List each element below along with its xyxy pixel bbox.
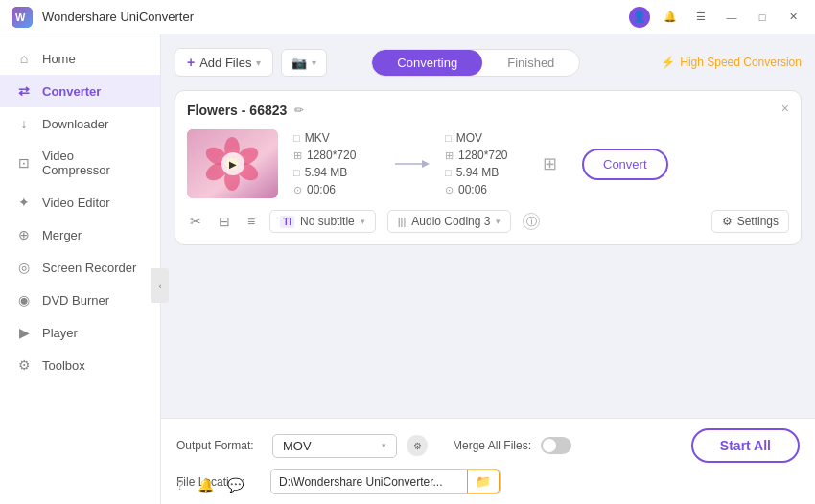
settings-button[interactable]: ⚙ Settings	[711, 210, 789, 233]
svg-marker-12	[422, 160, 430, 168]
gear-icon: ⚙	[722, 215, 733, 228]
sidebar-item-home[interactable]: ⌂ Home	[0, 42, 160, 75]
maximize-button[interactable]: □	[752, 7, 773, 28]
play-button[interactable]: ▶	[221, 152, 244, 175]
file-card-header: Flowers - 66823 ✏	[187, 103, 789, 118]
converter-icon: ⇄	[15, 83, 33, 99]
feedback-icon[interactable]: 💬	[227, 477, 244, 493]
start-all-button[interactable]: Start All	[691, 428, 800, 463]
bookmark-icon[interactable]: ⊟	[216, 211, 233, 232]
sidebar: ⌂ Home ⇄ Converter ↓ Downloader ⊡ Video …	[0, 34, 161, 504]
output-format-row: Output Format: MOV ▾ ⚙ Merge All Files: …	[176, 428, 800, 463]
output-size-value: 5.94 MB	[456, 166, 500, 179]
add-files-button[interactable]: + Add Files ▾	[175, 48, 273, 77]
resolution-icon: ⊞	[293, 149, 302, 162]
home-icon: ⌂	[15, 51, 33, 66]
output-format-icon: □	[445, 132, 452, 144]
merger-icon: ⊕	[15, 227, 33, 242]
format-settings-icon[interactable]: ⚙	[407, 435, 428, 456]
sidebar-label-editor: Video Editor	[42, 195, 110, 210]
sidebar-item-converter[interactable]: ⇄ Converter	[0, 75, 160, 107]
file-location-input: D:\Wondershare UniConverter... 📁	[270, 469, 501, 494]
add-source-button[interactable]: 📷 ▾	[281, 49, 327, 77]
help-icon[interactable]: ?	[176, 477, 184, 493]
convert-button[interactable]: Convert	[582, 149, 668, 180]
source-duration: ⊙ 00:06	[293, 183, 380, 196]
cut-icon[interactable]: ✂	[187, 211, 204, 232]
sidebar-item-downloader[interactable]: ↓ Downloader	[0, 107, 160, 140]
output-resolution: ⊞ 1280*720	[445, 149, 531, 162]
output-resolution-value: 1280*720	[458, 149, 507, 162]
close-card-button[interactable]: ×	[781, 101, 789, 116]
compressor-icon: ⊡	[15, 155, 33, 171]
tab-converting[interactable]: Converting	[372, 50, 482, 76]
file-location-value: D:\Wondershare UniConverter...	[271, 471, 467, 493]
subtitle-select[interactable]: TI No subtitle ▾	[269, 210, 376, 233]
sidebar-item-player[interactable]: ▶ Player	[0, 316, 160, 349]
audio-select[interactable]: ||| Audio Coding 3 ▾	[387, 210, 512, 233]
sidebar-label-downloader: Downloader	[42, 117, 108, 131]
sidebar-label-converter: Converter	[42, 84, 101, 99]
sidebar-item-toolbox[interactable]: ⚙ Toolbox	[0, 349, 160, 381]
audio-label: Audio Coding 3	[411, 215, 490, 228]
editor-icon: ✦	[15, 195, 33, 210]
file-actions-row: ✂ ⊟ ≡ TI No subtitle ▾ ||| Audio Coding …	[187, 210, 789, 233]
svg-text:W: W	[15, 11, 26, 23]
detail-columns: □ MKV ⊞ 1280*720 □ 5.94 MB	[293, 131, 789, 196]
tab-finished[interactable]: Finished	[482, 50, 579, 76]
file-info-row: ▶ □ MKV ⊞ 1280*720	[187, 129, 789, 198]
recorder-icon: ◎	[15, 260, 33, 275]
sidebar-label-recorder: Screen Recorder	[42, 261, 136, 275]
settings-label: Settings	[737, 215, 779, 228]
video-thumbnail: ▶	[187, 129, 278, 198]
app-logo: W	[12, 7, 33, 28]
sidebar-item-screen-recorder[interactable]: ◎ Screen Recorder	[0, 251, 160, 284]
dvd-icon: ◉	[15, 292, 33, 308]
bell-icon[interactable]: 🔔	[198, 477, 214, 493]
file-details: □ MKV ⊞ 1280*720 □ 5.94 MB	[293, 131, 789, 196]
user-icon[interactable]: 👤	[629, 7, 650, 28]
output-settings-icon[interactable]: ⊞	[543, 153, 557, 174]
sidebar-label-home: Home	[42, 52, 76, 66]
source-resolution-value: 1280*720	[307, 149, 356, 162]
effects-icon[interactable]: ≡	[244, 211, 258, 232]
output-format-label: Output Format:	[176, 439, 263, 452]
output-format-select[interactable]: MOV ▾	[272, 434, 397, 458]
source-size-value: 5.94 MB	[305, 166, 348, 179]
info-icon[interactable]: ⓘ	[523, 213, 540, 230]
notification-icon[interactable]: 🔔	[660, 7, 681, 28]
card-actions-right: ⊞ Convert	[543, 149, 668, 180]
sidebar-collapse-button[interactable]: ‹	[151, 268, 169, 303]
sidebar-item-video-editor[interactable]: ✦ Video Editor	[0, 186, 160, 218]
format-icon: □	[293, 132, 300, 144]
sidebar-item-merger[interactable]: ⊕ Merger	[0, 218, 160, 251]
sidebar-label-player: Player	[42, 326, 78, 340]
sidebar-item-video-compressor[interactable]: ⊡ Video Compressor	[0, 140, 160, 186]
source-format: □ MKV	[293, 131, 380, 145]
edit-filename-icon[interactable]: ✏	[294, 103, 304, 117]
sidebar-label-dvd: DVD Burner	[42, 293, 109, 308]
merge-label: Merge All Files:	[453, 439, 531, 452]
output-duration-value: 00:06	[458, 183, 487, 196]
browse-folder-button[interactable]: 📁	[467, 470, 500, 493]
source-details: □ MKV ⊞ 1280*720 □ 5.94 MB	[293, 131, 380, 196]
convert-tabs: Converting Finished	[371, 49, 580, 77]
format-dropdown-icon: ▾	[382, 441, 386, 450]
merge-toggle[interactable]	[541, 437, 571, 454]
size-icon: □	[293, 167, 300, 178]
sidebar-label-toolbox: Toolbox	[42, 358, 85, 373]
convert-arrow	[380, 154, 445, 173]
close-button[interactable]: ✕	[782, 7, 803, 28]
speed-label: High Speed Conversion	[680, 56, 802, 69]
window-controls: 👤 🔔 ☰ — □ ✕	[625, 7, 803, 28]
minimize-button[interactable]: —	[721, 7, 742, 28]
output-duration: ⊙ 00:06	[445, 183, 531, 196]
audio-wave-icon: |||	[398, 216, 407, 227]
subtitle-chevron-icon: ▾	[361, 217, 365, 226]
menu-icon[interactable]: ☰	[690, 7, 711, 28]
add-files-label: Add Files	[199, 56, 251, 70]
toolbox-icon: ⚙	[15, 357, 33, 373]
sidebar-item-dvd-burner[interactable]: ◉ DVD Burner	[0, 284, 160, 316]
main-layout: ⌂ Home ⇄ Converter ↓ Downloader ⊡ Video …	[0, 34, 815, 504]
title-bar: W Wondershare UniConverter 👤 🔔 ☰ — □ ✕	[0, 0, 815, 34]
